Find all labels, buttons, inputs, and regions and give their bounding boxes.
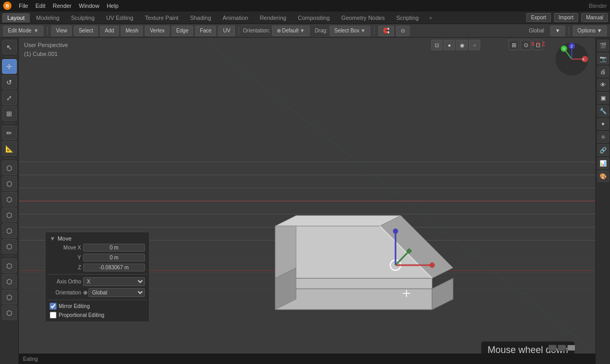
mirror-editing-checkbox[interactable] — [50, 303, 57, 310]
proportional-editing-checkbox[interactable] — [50, 312, 57, 318]
proportional-editing-row: Proportional Editing — [48, 311, 147, 320]
tool-loop-cut[interactable]: ⬡ — [2, 208, 17, 222]
export-button[interactable]: Export — [526, 13, 551, 22]
tab-layout[interactable]: Layout — [2, 13, 30, 22]
viewport-info: User Perspective (1) Cube.001 — [24, 41, 68, 58]
tab-geometry-nodes[interactable]: Geometry Nodes — [336, 13, 390, 22]
solid-btn[interactable]: ● — [444, 40, 455, 50]
main-area: ↖ ✛ ↺ ⤢ ⊞ ✏ 📐 ⬡ ⬡ ⬡ ⬡ ⬡ ⬡ ⬡ ⬡ ⬡ ⬡ User P… — [0, 38, 610, 364]
snap-toggle[interactable]: 🧲 — [378, 26, 394, 36]
wireframe-btn[interactable]: ⊡ — [431, 40, 443, 50]
proportional-toggle[interactable]: ⊙ — [396, 26, 410, 36]
view-type-label: User Perspective — [24, 41, 68, 50]
properties-data[interactable]: 📊 — [597, 157, 609, 169]
tab-shading[interactable]: Shading — [185, 13, 216, 22]
grid-line-2 — [19, 175, 595, 175]
properties-physics[interactable]: ⚛ — [597, 131, 609, 143]
tool-scale[interactable]: ⤢ — [2, 90, 17, 105]
mode-select[interactable]: Edit Mode ▼ — [3, 26, 43, 36]
workspace-tabs: Layout Modeling Sculpting UV Editing Tex… — [0, 12, 610, 24]
properties-scene[interactable]: 🎬 — [597, 40, 609, 51]
panel-collapse-icon[interactable]: ▼ — [50, 235, 55, 242]
manual-button[interactable]: Manual — [581, 13, 608, 22]
tab-texture-paint[interactable]: Texture Paint — [140, 13, 184, 22]
tool-measure[interactable]: 📐 — [2, 141, 17, 156]
edge-menu[interactable]: Edge — [172, 26, 193, 36]
mesh-menu[interactable]: Mesh — [121, 26, 143, 36]
properties-output[interactable]: 🖨 — [597, 66, 609, 77]
axis-ortho-label: Axis Ortho — [50, 279, 81, 285]
menu-window[interactable]: Window — [76, 2, 103, 10]
move-z-value[interactable]: -0.083067 m — [83, 264, 145, 271]
vp-dot-3[interactable] — [567, 345, 575, 351]
view-menu[interactable]: View — [51, 26, 72, 36]
properties-object[interactable]: ▣ — [597, 92, 609, 104]
uv-menu[interactable]: UV — [218, 26, 235, 36]
orientation-select-panel[interactable]: Global Local Normal — [88, 288, 145, 297]
svg-text:X: X — [582, 58, 585, 61]
tool-spin[interactable]: ⬡ — [2, 258, 17, 273]
menu-file[interactable]: File — [16, 2, 31, 10]
viewport[interactable]: User Perspective (1) Cube.001 — [19, 38, 595, 364]
tool-extrude[interactable]: ⬡ — [2, 161, 17, 175]
svg-marker-12 — [380, 215, 453, 278]
tool-transform[interactable]: ⊞ — [2, 106, 17, 121]
tab-scripting[interactable]: Scripting — [391, 13, 424, 22]
nav-gizmo[interactable]: X Y Z — [553, 41, 590, 77]
orientation-label-panel: Orientation — [50, 290, 81, 295]
tool-smooth[interactable]: ⬡ — [2, 274, 17, 289]
gizmo-toggle[interactable]: ⊞ — [509, 40, 519, 50]
panel-title: ▼ Move — [48, 234, 147, 243]
axis-x-line — [19, 201, 595, 201]
menu-edit[interactable]: Edit — [32, 2, 49, 10]
move-x-value[interactable]: 0 m — [83, 244, 145, 252]
tab-compositing[interactable]: Compositing — [292, 13, 335, 22]
x-axis-label: X Y Z — [531, 41, 545, 47]
properties-render[interactable]: 📷 — [597, 53, 609, 64]
tab-uv-editing[interactable]: UV Editing — [101, 13, 139, 22]
svg-marker-8 — [275, 289, 432, 310]
render-btn[interactable]: ○ — [469, 40, 480, 50]
import-button[interactable]: Import — [554, 13, 578, 22]
properties-view[interactable]: 👁 — [597, 79, 609, 90]
menu-render[interactable]: Render — [50, 2, 75, 10]
tab-sculpting[interactable]: Sculpting — [66, 13, 100, 22]
orientation-select[interactable]: ⊕ Default ▼ — [272, 26, 310, 36]
tool-polypen[interactable]: ⬡ — [2, 239, 17, 254]
overlay-toggle[interactable]: ⊙ — [521, 40, 531, 50]
material-btn[interactable]: ◉ — [456, 40, 468, 50]
menu-help[interactable]: Help — [104, 2, 122, 10]
move-y-value[interactable]: 0 m — [83, 254, 145, 261]
vp-dot-1[interactable] — [548, 345, 557, 351]
vertex-menu[interactable]: Vertex — [145, 26, 169, 36]
tool-rip[interactable]: ⬡ — [2, 305, 17, 320]
svg-marker-10 — [275, 278, 432, 289]
add-tab-button[interactable]: + — [425, 13, 436, 22]
tool-separator-4 — [4, 256, 15, 256]
face-menu[interactable]: Face — [195, 26, 216, 36]
tool-inset[interactable]: ⬡ — [2, 176, 17, 191]
tool-annotate[interactable]: ✏ — [2, 126, 17, 140]
properties-modifier[interactable]: 🔧 — [597, 105, 609, 117]
vp-dot-2[interactable] — [558, 345, 566, 351]
tab-animation[interactable]: Animation — [218, 13, 254, 22]
tool-cursor[interactable]: ↖ — [2, 40, 17, 54]
global-dropdown[interactable]: ▼ — [550, 26, 565, 36]
svg-marker-11 — [275, 226, 432, 278]
options-btn[interactable]: Options ▼ — [573, 26, 607, 36]
tab-rendering[interactable]: Rendering — [254, 13, 291, 22]
tab-modeling[interactable]: Modeling — [31, 13, 65, 22]
tool-move[interactable]: ✛ — [2, 59, 17, 74]
svg-line-16 — [380, 226, 432, 278]
tool-knife[interactable]: ⬡ — [2, 223, 17, 238]
axis-ortho-select[interactable]: X Y Z — [83, 277, 145, 286]
properties-constraints[interactable]: 🔗 — [597, 144, 609, 156]
drag-select[interactable]: Select Box ▼ — [330, 26, 370, 36]
add-menu[interactable]: Add — [100, 26, 119, 36]
tool-shear[interactable]: ⬡ — [2, 290, 17, 304]
select-menu[interactable]: Select — [74, 26, 98, 36]
tool-bevel[interactable]: ⬡ — [2, 192, 17, 207]
properties-particles[interactable]: ✦ — [597, 118, 609, 130]
tool-rotate[interactable]: ↺ — [2, 75, 17, 89]
properties-material[interactable]: 🎨 — [597, 170, 609, 182]
